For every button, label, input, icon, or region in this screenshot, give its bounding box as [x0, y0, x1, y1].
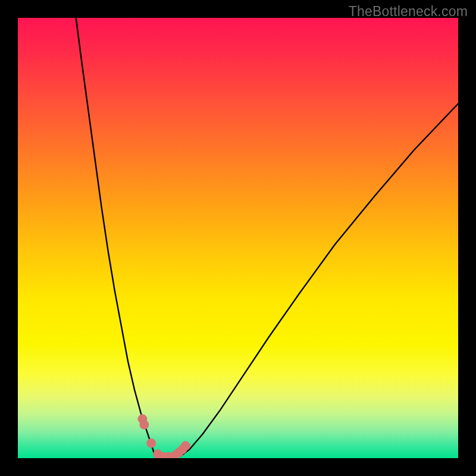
data-point — [140, 420, 149, 429]
bottleneck-curve — [76, 18, 458, 458]
chart-svg — [18, 18, 458, 458]
data-point — [181, 441, 190, 450]
frame: TheBottleneck.com — [0, 0, 476, 476]
data-point — [147, 439, 156, 447]
plot-area — [18, 18, 458, 458]
data-markers — [138, 415, 190, 458]
attribution-text: TheBottleneck.com — [349, 4, 468, 20]
